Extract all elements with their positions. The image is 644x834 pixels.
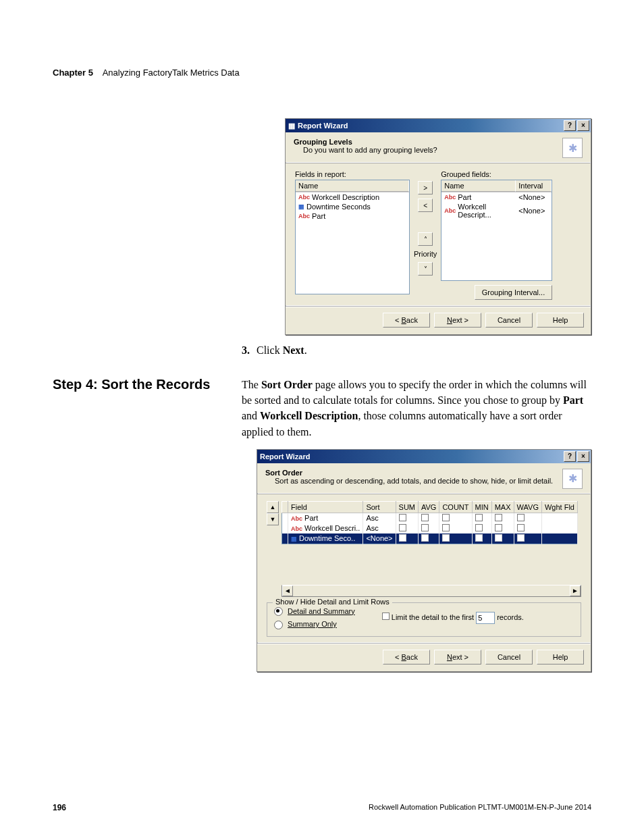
step-instruction: 3. Click Next.: [242, 344, 591, 357]
checkbox[interactable]: [475, 514, 483, 521]
radio-summary-only[interactable]: [274, 621, 283, 629]
col-sort[interactable]: Sort: [363, 501, 396, 513]
scroll-right-icon[interactable]: ►: [570, 585, 581, 596]
grid-row-selected[interactable]: ▦ Downtime Seco.. <None>: [282, 533, 578, 544]
dialog-footer: < Back Next > Cancel Help: [257, 644, 591, 671]
text-field-icon: Abc: [291, 525, 302, 532]
col-field[interactable]: Field: [288, 501, 363, 513]
list-item[interactable]: AbcPart <None>: [441, 192, 552, 202]
back-button[interactable]: < Back: [383, 313, 430, 328]
spin-up-button[interactable]: ▲: [267, 501, 279, 513]
page-number: 196: [53, 803, 66, 812]
chapter-number: Chapter 5: [53, 68, 93, 78]
running-header: Chapter 5 Analyzing FactoryTalk Metrics …: [53, 68, 591, 78]
grid-row[interactable]: Abc Part Asc: [282, 513, 578, 523]
checkbox-checked[interactable]: [421, 534, 429, 542]
grouped-fields-label: Grouped fields:: [441, 170, 552, 178]
grouping-levels-dialog: ▦ Report Wizard ? × Grouping Levels Do y…: [285, 118, 591, 335]
next-button[interactable]: Next >: [434, 313, 481, 328]
page-footer: 196 Rockwell Automation Publication PLTM…: [53, 803, 591, 812]
fieldset-legend: Show / Hide Detail and Limit Rows: [273, 598, 392, 606]
publication-id: Rockwell Automation Publication PLTMT-UM…: [369, 803, 591, 812]
app-icon: ▦: [288, 122, 295, 130]
list-item[interactable]: AbcWorkcell Descript... <None>: [441, 202, 552, 219]
limit-value-input[interactable]: 5: [476, 612, 495, 624]
dialog-subtext: Do you want to add any grouping levels?: [303, 146, 562, 154]
cancel-button[interactable]: Cancel: [485, 650, 533, 664]
limit-records-option: Limit the detail to the first 5 records.: [382, 612, 524, 624]
chapter-title: Analyzing FactoryTalk Metrics Data: [103, 68, 240, 78]
dialog-title: Report Wizard: [260, 452, 310, 461]
dialog-title-bar: ▦ Report Wizard ? ×: [286, 119, 591, 132]
checkbox[interactable]: [517, 514, 525, 521]
step4-paragraph: The Sort Order page allows you to specif…: [242, 377, 591, 440]
remove-button[interactable]: <: [418, 199, 433, 212]
col-avg[interactable]: AVG: [419, 501, 439, 513]
checkbox[interactable]: [475, 534, 483, 542]
checkbox[interactable]: [517, 524, 525, 531]
checkbox[interactable]: [442, 514, 450, 521]
col-wght-fld[interactable]: Wght Fld: [541, 501, 577, 513]
number-field-icon: ▦: [291, 536, 297, 542]
radio-summary-only-label[interactable]: Summary Only: [288, 620, 337, 628]
close-button[interactable]: ×: [577, 120, 589, 131]
checkbox[interactable]: [399, 524, 406, 531]
next-button[interactable]: Next >: [434, 650, 481, 664]
grid-row[interactable]: Abc Workcell Descri.. Asc: [282, 523, 578, 533]
col-min[interactable]: MIN: [472, 501, 491, 513]
col-sum[interactable]: SUM: [396, 501, 418, 513]
scroll-left-icon[interactable]: ◄: [282, 585, 293, 596]
help-button[interactable]: Help: [537, 313, 584, 328]
row-order-spinner: ▲ ▼: [267, 501, 279, 525]
list-item[interactable]: AbcWorkcell Description: [296, 192, 409, 202]
col-interval-header: Interval: [516, 180, 552, 192]
step4-heading: Step 4: Sort the Records: [53, 377, 221, 392]
checkbox[interactable]: [399, 514, 406, 521]
list-item[interactable]: AbcPart: [296, 211, 409, 221]
spin-down-button[interactable]: ▼: [267, 513, 279, 525]
transfer-buttons: > < ˄ Priority ˅: [414, 181, 437, 276]
grouping-interval-button[interactable]: Grouping Interval...: [475, 285, 553, 300]
list-item[interactable]: ▦Downtime Seconds: [296, 202, 409, 211]
checkbox[interactable]: [421, 514, 429, 521]
checkbox[interactable]: [442, 534, 450, 542]
limit-checkbox[interactable]: [382, 613, 390, 620]
dialog-heading: Grouping Levels: [294, 138, 562, 146]
add-button[interactable]: >: [418, 181, 433, 194]
checkbox[interactable]: [421, 524, 429, 531]
move-down-button[interactable]: ˅: [418, 262, 433, 276]
cancel-button[interactable]: Cancel: [485, 313, 533, 328]
number-field-icon: ▦: [298, 203, 304, 210]
checkbox[interactable]: [517, 534, 525, 542]
sort-grid[interactable]: Field Sort SUM AVG COUNT MIN MAX WAVG Wg…: [281, 501, 578, 544]
col-wavg[interactable]: WAVG: [514, 501, 541, 513]
show-hide-fieldset: Show / Hide Detail and Limit Rows Detail…: [267, 602, 581, 637]
checkbox[interactable]: [475, 524, 483, 531]
dialog-footer: < Back Next > Cancel Help: [286, 307, 591, 334]
grouped-fields-list[interactable]: Name Interval AbcPart <None> AbcWorkcell…: [441, 180, 552, 281]
radio-detail-summary[interactable]: [274, 607, 283, 616]
checkbox[interactable]: [495, 514, 502, 521]
help-button[interactable]: ?: [564, 451, 576, 462]
col-count[interactable]: COUNT: [439, 501, 472, 513]
step4-block: Step 4: Sort the Records The Sort Order …: [53, 377, 591, 672]
document-page: Chapter 5 Analyzing FactoryTalk Metrics …: [0, 0, 644, 834]
checkbox[interactable]: [495, 524, 502, 531]
radio-detail-summary-label[interactable]: Detail and Summary: [288, 607, 355, 615]
text-field-icon: Abc: [298, 194, 310, 201]
horizontal-scrollbar[interactable]: ◄ ►: [281, 585, 581, 597]
move-up-button[interactable]: ˄: [418, 232, 433, 246]
checkbox[interactable]: [495, 534, 502, 542]
fields-in-report-label: Fields in report:: [295, 170, 410, 178]
sort-order-dialog: Report Wizard ? × Sort Order Sort as asc…: [257, 449, 591, 672]
checkbox[interactable]: [399, 534, 406, 542]
back-button[interactable]: < Back: [383, 650, 430, 664]
dialog-title: Report Wizard: [298, 122, 348, 130]
upper-block: ▦ Report Wizard ? × Grouping Levels Do y…: [53, 118, 591, 377]
close-button[interactable]: ×: [577, 451, 589, 462]
help-button[interactable]: ?: [564, 120, 576, 131]
checkbox[interactable]: [442, 524, 450, 531]
fields-in-report-list[interactable]: Name AbcWorkcell Description ▦Downtime S…: [295, 180, 410, 294]
col-max[interactable]: MAX: [491, 501, 514, 513]
help-button[interactable]: Help: [537, 650, 584, 664]
